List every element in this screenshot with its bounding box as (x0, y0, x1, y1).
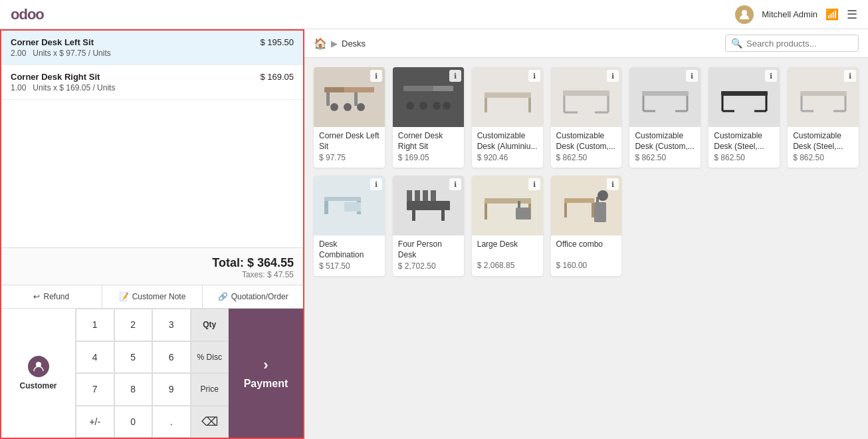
product-price: $ 160.00 (556, 261, 617, 270)
wifi-icon: 📶 (825, 8, 839, 21)
product-card[interactable]: ℹ Large Desk $ 2,068.85 (472, 176, 543, 276)
order-item[interactable]: Corner Desk Right Sit $ 169.05 1.00 Unit… (1, 65, 303, 100)
svg-rect-19 (528, 98, 531, 112)
svg-rect-40 (324, 197, 361, 201)
order-total: Total: $ 364.55 (11, 256, 294, 270)
action-buttons: ↩ Refund 📝 Customer Note 🔗 Quotation/Ord… (1, 285, 303, 308)
svg-rect-25 (642, 91, 689, 96)
numpad-backspace[interactable]: ⌫ (191, 406, 229, 438)
numpad-qty[interactable]: Qty (191, 309, 229, 341)
customer-note-label: Customer Note (132, 292, 186, 301)
product-price: $ 862.50 (556, 153, 617, 162)
numpad-7[interactable]: 7 (76, 373, 114, 406)
product-info-icon[interactable]: ℹ (528, 70, 540, 82)
refund-button[interactable]: ↩ Refund (1, 285, 102, 308)
customer-note-button[interactable]: 📝 Customer Note (102, 285, 203, 308)
product-info-icon[interactable]: ℹ (528, 178, 540, 190)
product-svg (795, 74, 851, 120)
numpad-decimal[interactable]: . (152, 406, 191, 438)
product-info-icon[interactable]: ℹ (607, 70, 619, 82)
product-svg (558, 74, 614, 120)
svg-rect-48 (431, 190, 436, 201)
product-info-icon[interactable]: ℹ (607, 178, 619, 190)
numpad-1[interactable]: 1 (76, 309, 114, 341)
product-svg (479, 74, 536, 120)
svg-point-61 (597, 190, 608, 201)
numpad-price[interactable]: Price (191, 373, 229, 406)
svg-point-15 (433, 102, 441, 110)
product-price: $ 97.75 (319, 153, 380, 162)
svg-point-7 (344, 103, 352, 111)
product-svg (637, 74, 693, 120)
product-card[interactable]: ℹ Customizable Desk (Steel,... $ 862.50 (788, 67, 859, 168)
product-image: ℹ (708, 67, 780, 127)
customer-section[interactable]: Customer (1, 309, 76, 438)
order-panel: Corner Desk Left Sit $ 195.50 2.00 Units… (0, 29, 304, 439)
product-details: Desk Combination $ 517.50 (314, 235, 385, 276)
svg-rect-52 (485, 204, 487, 220)
product-info-icon[interactable]: ℹ (449, 70, 461, 82)
note-icon: 📝 (119, 292, 129, 301)
product-card[interactable]: ℹ Office combo $ 160.00 (551, 176, 622, 276)
numpad-9[interactable]: 9 (152, 373, 191, 406)
numpad-plusminus[interactable]: +/- (76, 406, 114, 438)
payment-button[interactable]: › Payment (229, 309, 303, 438)
quotation-label: Quotation/Order (231, 292, 288, 301)
product-svg (716, 74, 772, 120)
product-price: $ 920.46 (477, 153, 538, 162)
header-right: Mitchell Admin 📶 ☰ (735, 5, 857, 24)
home-icon[interactable]: 🏠 (314, 37, 327, 50)
product-card[interactable]: ℹ Corner Desk Right Sit $ 169.05 (393, 67, 464, 168)
numpad-5[interactable]: 5 (114, 341, 153, 374)
svg-rect-55 (518, 201, 520, 208)
svg-rect-56 (564, 198, 594, 203)
refund-icon: ↩ (33, 292, 40, 301)
hamburger-menu-icon[interactable]: ☰ (847, 7, 857, 22)
header-left: odoo (11, 6, 44, 23)
customer-label: Customer (19, 381, 56, 390)
product-card[interactable]: ℹ Customizable Desk (Steel,... $ 862.50 (708, 67, 780, 168)
svg-rect-46 (415, 190, 420, 201)
product-details: Customizable Desk (Steel,... $ 862.50 (708, 127, 780, 168)
product-info-icon[interactable]: ℹ (844, 70, 856, 82)
product-price: $ 2,068.85 (477, 261, 538, 270)
product-card[interactable]: ℹ Customizable Desk (Custom,... $ 862.50 (551, 67, 622, 168)
svg-point-16 (443, 102, 451, 110)
product-name: Office combo (556, 239, 617, 259)
breadcrumb: 🏠 ▶ Desks (314, 37, 366, 50)
product-card[interactable]: ℹ Corner Desk Left Sit $ 97.75 (314, 67, 385, 168)
search-input[interactable] (746, 39, 853, 49)
product-info-icon[interactable]: ℹ (370, 70, 382, 82)
svg-point-6 (330, 103, 338, 111)
product-name: Customizable Desk (Aluminiu... (477, 131, 538, 152)
product-name: Corner Desk Right Sit (398, 131, 459, 152)
numpad-2[interactable]: 2 (114, 309, 153, 341)
product-svg (321, 182, 378, 229)
search-box[interactable]: 🔍 (725, 35, 859, 52)
product-image: ℹ (472, 176, 543, 235)
breadcrumb-separator: ▶ (331, 39, 338, 49)
numpad-3[interactable]: 3 (152, 309, 191, 341)
numpad-8[interactable]: 8 (114, 373, 153, 406)
product-card[interactable]: ℹ Customizable Desk (Aluminiu... $ 920.4… (472, 67, 543, 168)
product-details: Office combo $ 160.00 (551, 235, 622, 275)
odoo-logo: odoo (11, 6, 44, 23)
numpad-6[interactable]: 6 (152, 341, 191, 374)
order-item[interactable]: Corner Desk Left Sit $ 195.50 2.00 Units… (1, 31, 303, 65)
numpad-disc[interactable]: % Disc (191, 341, 229, 374)
product-name: Desk Combination (319, 239, 380, 260)
quotation-button[interactable]: 🔗 Quotation/Order (203, 285, 303, 308)
product-info-icon[interactable]: ℹ (686, 70, 698, 82)
product-info-icon[interactable]: ℹ (449, 178, 461, 190)
numpad-4[interactable]: 4 (76, 341, 114, 374)
numpad-0[interactable]: 0 (114, 406, 153, 438)
product-card[interactable]: ℹ Desk Combination $ 517.50 (314, 176, 385, 276)
product-info-icon[interactable]: ℹ (370, 178, 382, 190)
product-card[interactable]: ℹ Four Person Desk $ 2,702.50 (393, 176, 464, 276)
refund-label: Refund (43, 292, 69, 301)
customer-icon (28, 356, 49, 377)
product-card[interactable]: ℹ Customizable Desk (Custom,... $ 862.50 (629, 67, 701, 168)
bottom-area: Customer 1 2 3 Qty 4 5 6 % Disc 7 8 9 Pr… (1, 308, 303, 438)
product-svg (400, 74, 457, 120)
product-info-icon[interactable]: ℹ (765, 70, 777, 82)
